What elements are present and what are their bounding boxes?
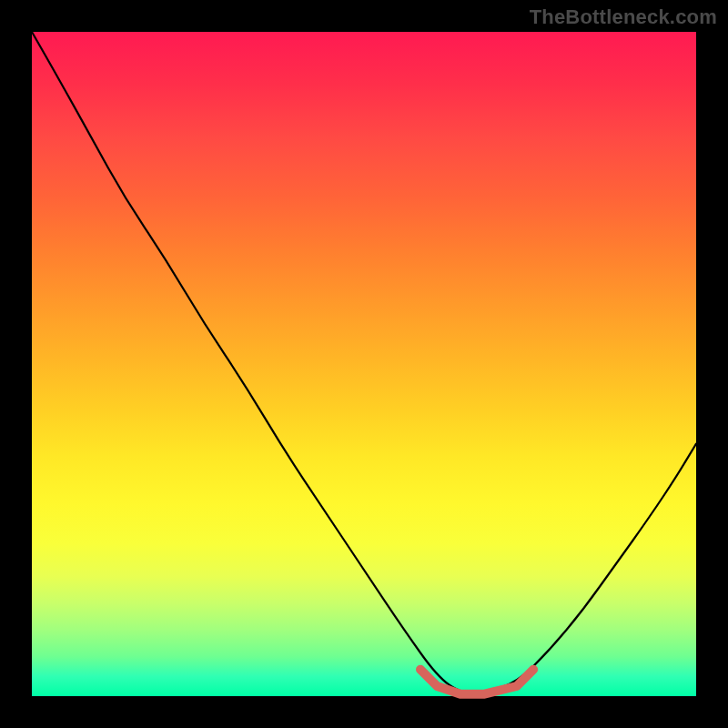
chart-svg	[32, 32, 696, 696]
plot-area	[32, 32, 696, 696]
chart-container: TheBottleneck.com	[0, 0, 728, 728]
watermark-text: TheBottleneck.com	[530, 5, 717, 29]
bottleneck-curve	[32, 32, 696, 693]
